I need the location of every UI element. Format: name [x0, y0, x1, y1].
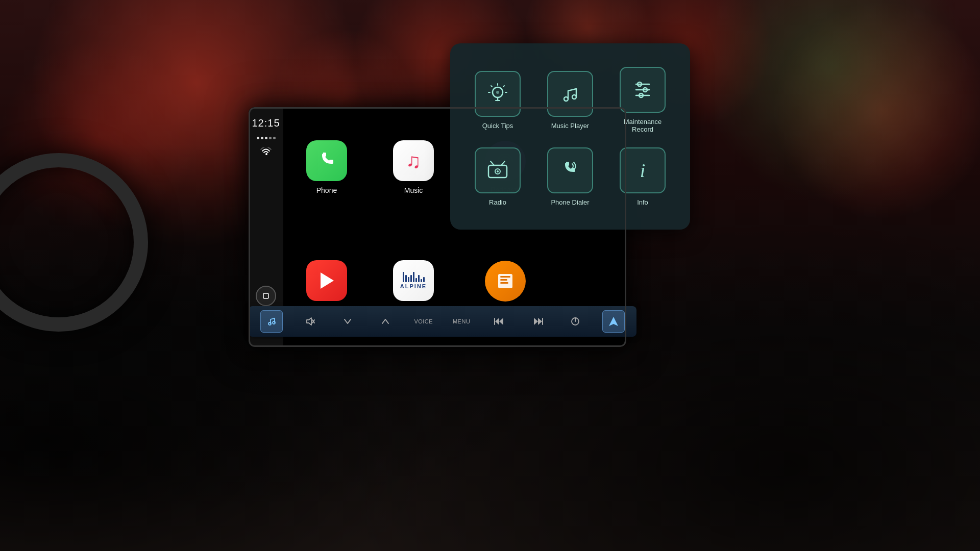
app-music[interactable]: ♫ Music	[370, 107, 457, 227]
music-player-label: Music Player	[551, 122, 589, 130]
radio-label: Radio	[489, 198, 506, 206]
svg-marker-1	[321, 272, 334, 289]
signal-dot-2	[261, 137, 263, 139]
svg-marker-13	[499, 318, 503, 325]
alpine-text: ALPINE	[400, 283, 427, 289]
menu-label: MENU	[453, 318, 470, 324]
phone-dialer-icon-box	[547, 147, 593, 193]
line3	[408, 277, 409, 282]
svg-point-10	[273, 321, 275, 324]
maintenance-record-label: MaintenanceRecord	[624, 118, 662, 133]
svg-marker-16	[534, 318, 538, 325]
music-icon-bg: ♫	[393, 140, 434, 181]
svg-point-32	[572, 95, 576, 99]
next-button[interactable]	[526, 310, 549, 333]
signal-dot-1	[257, 137, 259, 139]
line6	[415, 278, 417, 282]
line4	[410, 275, 412, 282]
prev-button[interactable]	[488, 310, 511, 333]
svg-rect-7	[500, 279, 507, 281]
power-button[interactable]	[564, 310, 586, 333]
svg-rect-8	[500, 282, 508, 284]
audiobooks-icon	[485, 261, 526, 302]
svg-rect-6	[500, 276, 510, 278]
signal-dot-5	[273, 137, 276, 139]
info-icon-box: i	[620, 147, 666, 193]
alpine-logo: ALPINE	[400, 272, 427, 289]
music-label: Music	[404, 186, 423, 194]
wifi-icon	[260, 147, 272, 158]
time-display: 12:15	[252, 117, 280, 129]
svg-point-43	[497, 170, 499, 172]
panel-info[interactable]: i Info	[610, 144, 675, 209]
voice-button[interactable]: VOICE	[412, 310, 435, 333]
line2	[405, 275, 407, 282]
svg-line-26	[503, 86, 504, 87]
signal-dots	[257, 137, 276, 139]
svg-line-27	[491, 86, 492, 87]
quick-tips-icon-box	[475, 71, 521, 117]
control-bar: VOICE MENU	[249, 306, 636, 337]
music-player-icon-box	[547, 71, 593, 117]
radio-icon-box	[475, 147, 521, 193]
svg-marker-14	[495, 318, 499, 325]
phone-icon-bg	[306, 140, 347, 181]
svg-rect-15	[494, 318, 495, 325]
panel-phone-dialer[interactable]: Phone Dialer	[538, 144, 602, 209]
home-button[interactable]	[256, 286, 276, 306]
overlay-panel: Quick Tips Music Player	[450, 43, 690, 230]
up-button[interactable]	[374, 310, 397, 333]
svg-marker-17	[538, 318, 542, 325]
svg-marker-21	[609, 317, 618, 326]
svg-rect-0	[263, 293, 268, 298]
line1	[403, 272, 404, 282]
svg-rect-18	[542, 318, 543, 325]
svg-text:i: i	[640, 160, 646, 181]
maintenance-icon-box	[620, 67, 666, 113]
nav-button[interactable]	[602, 310, 625, 333]
line5	[413, 272, 414, 282]
music-note-icon: ♫	[406, 151, 421, 171]
app-phone[interactable]: Phone	[283, 107, 370, 227]
panel-quick-tips[interactable]: Quick Tips	[465, 64, 530, 136]
down-button[interactable]	[336, 310, 359, 333]
line9	[423, 277, 425, 282]
phone-dialer-label: Phone Dialer	[551, 198, 589, 206]
info-label: Info	[637, 198, 648, 206]
svg-point-31	[564, 97, 568, 101]
signal-dot-4	[269, 137, 272, 139]
panel-grid: Quick Tips Music Player	[465, 64, 675, 209]
svg-point-30	[496, 91, 499, 94]
phone-label: Phone	[316, 186, 337, 194]
line8	[421, 279, 422, 282]
line7	[418, 275, 420, 282]
alpine-lines	[403, 272, 425, 282]
panel-music-player[interactable]: Music Player	[538, 64, 602, 136]
alpine-icon-bg: ALPINE	[393, 260, 434, 301]
voice-label: VOICE	[414, 318, 433, 324]
svg-point-9	[268, 322, 271, 325]
signal-dot-3	[265, 137, 267, 139]
music-control-button[interactable]	[260, 310, 283, 333]
panel-maintenance-record[interactable]: MaintenanceRecord	[610, 64, 675, 136]
panel-radio[interactable]: Radio	[465, 144, 530, 209]
quick-tips-label: Quick Tips	[482, 122, 513, 130]
menu-button[interactable]: MENU	[450, 310, 473, 333]
mute-button[interactable]	[299, 310, 321, 333]
now-playing-icon-bg	[306, 260, 347, 301]
